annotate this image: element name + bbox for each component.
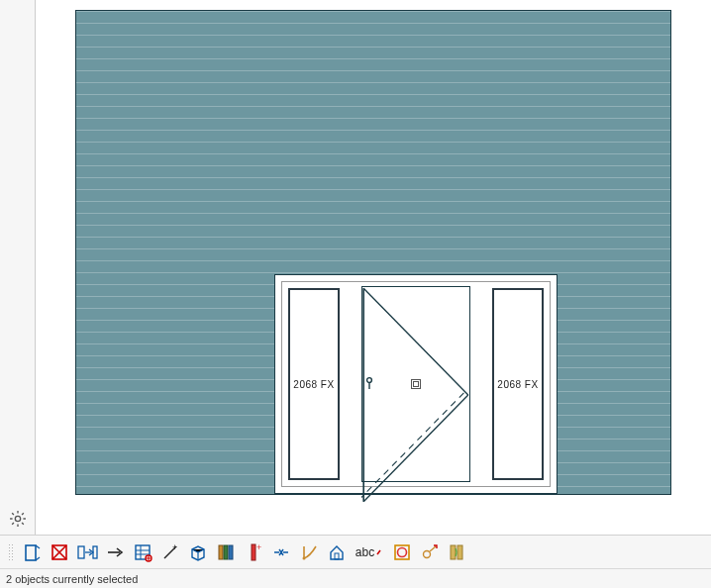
toolbar-grip-icon[interactable] [8,543,14,561]
svg-point-32 [398,547,407,556]
overlay-tool-button[interactable] [390,540,414,564]
svg-rect-7 [26,545,36,560]
svg-text:+: + [172,542,177,552]
svg-rect-13 [78,546,84,558]
svg-rect-26 [229,545,233,559]
svg-rect-24 [219,545,223,559]
door-tool-button[interactable] [20,540,44,564]
electrical-tool-button[interactable] [418,540,442,564]
svg-point-29 [303,556,306,559]
door-swap-tool-button[interactable] [75,540,99,564]
box3d-tool-button[interactable] [186,540,210,564]
drawing-canvas[interactable]: 2068 FX [36,0,711,535]
svg-text:+: + [256,542,261,552]
svg-rect-14 [93,546,97,558]
svg-rect-27 [252,544,255,560]
sidelight-right-label: 2068 FX [497,379,538,390]
house-tool-button[interactable] [325,540,349,564]
left-rail [0,0,36,535]
text-tool-label: abc [356,545,374,559]
schedule-tool-button[interactable] [131,540,154,564]
red-marker-tool-button[interactable]: + [242,540,265,564]
svg-rect-30 [335,553,339,559]
door-peephole-icon [411,379,421,389]
sidelight-left[interactable]: 2068 FX [282,282,346,486]
svg-point-33 [424,550,431,557]
status-message: 2 objects currently selected [6,573,138,585]
delete-tool-button[interactable] [48,540,71,564]
door-handle-icon [365,376,375,392]
svg-rect-34 [451,545,456,559]
bottom-toolbar: + + abc [0,535,711,568]
point-marker-tool-button[interactable]: + [158,540,182,564]
svg-rect-25 [224,545,228,559]
direction-tool-button[interactable] [103,540,127,564]
sidelight-left-label: 2068 FX [293,379,334,390]
svg-point-0 [15,516,20,521]
settings-gear-icon[interactable] [8,509,28,529]
dimension-tool-button[interactable] [297,540,321,564]
elevation-wall[interactable]: 2068 FX [75,10,671,495]
library-tool-button[interactable] [214,540,238,564]
door-assembly[interactable]: 2068 FX [274,274,558,494]
text-tool-button[interactable]: abc [353,540,386,564]
columns-tool-button[interactable] [446,540,469,564]
sidelight-right[interactable]: 2068 FX [486,282,550,486]
svg-point-5 [367,378,372,383]
status-bar: 2 objects currently selected [0,568,711,588]
break-tool-button[interactable] [269,540,293,564]
door-leaf[interactable] [357,282,474,486]
svg-rect-35 [457,545,462,559]
